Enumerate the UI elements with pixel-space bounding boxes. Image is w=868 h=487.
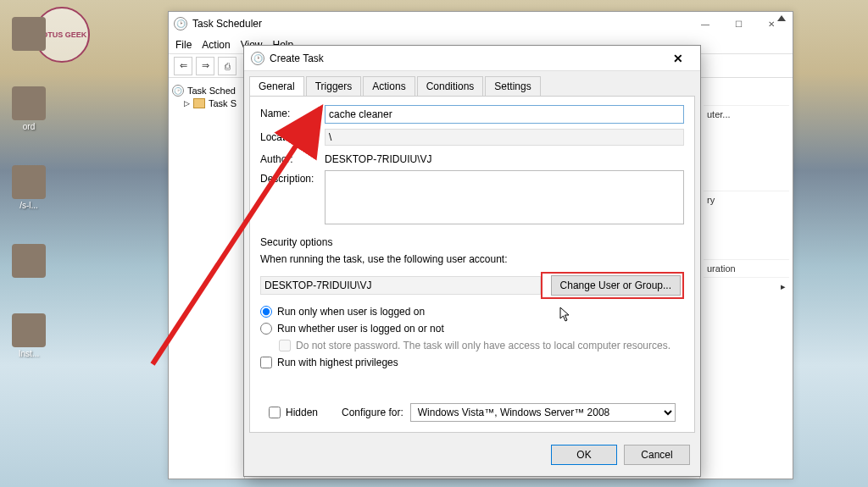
tab-actions[interactable]: Actions bbox=[363, 76, 415, 96]
create-task-titlebar[interactable]: 🕑 Create Task ✕ bbox=[244, 46, 700, 71]
tree-pane: 🕑 Task Sched ▷ Task S bbox=[169, 78, 245, 479]
run-logged-on-radio[interactable] bbox=[260, 306, 272, 318]
clock-icon: 🕑 bbox=[172, 85, 184, 97]
highlight-annotation: Change User or Group... bbox=[541, 272, 684, 299]
action-item[interactable]: uter... bbox=[704, 105, 789, 123]
tree-label: Task S bbox=[209, 98, 236, 108]
user-account-field: DESKTOP-7RIDUIU\VJ bbox=[260, 276, 541, 295]
security-options-text: When running the task, use the following… bbox=[260, 253, 684, 265]
action-item[interactable]: uration bbox=[704, 259, 789, 277]
description-label: Description: bbox=[260, 170, 325, 185]
collapse-icon[interactable] bbox=[777, 15, 786, 21]
tree-root[interactable]: 🕑 Task Sched bbox=[172, 83, 241, 98]
tab-general[interactable]: General bbox=[249, 76, 304, 96]
tab-settings[interactable]: Settings bbox=[485, 76, 540, 96]
menu-file[interactable]: File bbox=[175, 39, 192, 51]
hidden-checkbox[interactable] bbox=[269, 407, 281, 418]
clock-icon: 🕑 bbox=[251, 52, 264, 65]
maximize-button[interactable]: ☐ bbox=[722, 14, 754, 33]
description-textarea[interactable] bbox=[325, 170, 684, 224]
menu-action[interactable]: Action bbox=[202, 39, 230, 51]
change-user-button[interactable]: Change User or Group... bbox=[551, 275, 681, 296]
dialog-title: Create Task bbox=[270, 53, 324, 64]
minimize-button[interactable]: — bbox=[689, 14, 721, 33]
actions-pane: uter... ry uration ▸ bbox=[699, 78, 793, 479]
configure-for-select[interactable]: Windows Vista™, Windows Server™ 2008 bbox=[410, 403, 676, 422]
tab-strip: General Triggers Actions Conditions Sett… bbox=[244, 71, 700, 96]
tree-label: Task Sched bbox=[187, 86, 236, 96]
general-panel: Name: Location: \ Author: DESKTOP-7RIDUI… bbox=[249, 96, 695, 433]
tree-child[interactable]: ▷ Task S bbox=[172, 98, 241, 108]
create-task-dialog: 🕑 Create Task ✕ General Triggers Actions… bbox=[243, 45, 701, 477]
action-item-expand[interactable]: ▸ bbox=[704, 277, 789, 296]
desktop-icons-column: ord /s-l... Inst... bbox=[3, 17, 54, 358]
no-store-password-checkbox bbox=[279, 340, 291, 351]
desktop-icon[interactable] bbox=[3, 244, 54, 279]
close-icon: ✕ bbox=[673, 52, 683, 65]
window-title: Task Scheduler bbox=[192, 18, 262, 30]
hidden-label: Hidden bbox=[286, 407, 318, 418]
author-label: Author: bbox=[260, 151, 325, 165]
run-any-radio[interactable] bbox=[260, 323, 272, 335]
clock-icon: 🕑 bbox=[174, 17, 187, 30]
ok-button[interactable]: OK bbox=[551, 445, 617, 465]
location-value: \ bbox=[325, 129, 684, 146]
arrow-right-icon: ⇒ bbox=[202, 60, 209, 71]
name-label: Name: bbox=[260, 105, 325, 119]
desktop-icon-label: Inst... bbox=[3, 349, 54, 358]
desktop-icon-label: ord bbox=[3, 122, 54, 131]
desktop-icon[interactable]: ord bbox=[3, 86, 54, 131]
author-value: DESKTOP-7RIDUIU\VJ bbox=[325, 151, 431, 165]
run-any-radio-row[interactable]: Run whether user is logged on or not bbox=[260, 323, 684, 335]
location-label: Location: bbox=[260, 129, 325, 143]
highest-privileges-checkbox[interactable] bbox=[260, 357, 272, 368]
window-icon: ⎙ bbox=[225, 61, 231, 71]
forward-button[interactable]: ⇒ bbox=[196, 57, 214, 75]
highest-privileges-label: Run with highest privileges bbox=[277, 357, 398, 368]
run-logged-on-label: Run only when user is logged on bbox=[277, 306, 425, 318]
name-input[interactable] bbox=[325, 105, 684, 124]
task-scheduler-titlebar[interactable]: 🕑 Task Scheduler — ☐ ✕ bbox=[169, 12, 793, 36]
no-store-password-label: Do not store password. The task will onl… bbox=[296, 340, 670, 351]
desktop-icon[interactable]: /s-l... bbox=[3, 165, 54, 210]
security-options-header: Security options bbox=[260, 236, 684, 248]
arrow-left-icon: ⇐ bbox=[180, 60, 187, 71]
desktop-icon[interactable]: Inst... bbox=[3, 313, 54, 358]
toolbar-button[interactable]: ⎙ bbox=[218, 57, 236, 75]
action-item[interactable]: ry bbox=[704, 191, 789, 208]
configure-for-label: Configure for: bbox=[342, 407, 403, 418]
cursor-icon bbox=[559, 307, 571, 322]
desktop-icon[interactable] bbox=[3, 17, 54, 53]
tab-conditions[interactable]: Conditions bbox=[417, 76, 484, 96]
folder-icon bbox=[193, 98, 205, 108]
close-button[interactable]: ✕ bbox=[663, 48, 693, 69]
cancel-button[interactable]: Cancel bbox=[624, 445, 690, 465]
back-button[interactable]: ⇐ bbox=[174, 57, 192, 75]
tab-triggers[interactable]: Triggers bbox=[306, 76, 362, 96]
run-any-label: Run whether user is logged on or not bbox=[277, 323, 444, 335]
desktop-icon-label: /s-l... bbox=[3, 201, 54, 210]
run-logged-on-radio-row[interactable]: Run only when user is logged on bbox=[260, 306, 684, 318]
